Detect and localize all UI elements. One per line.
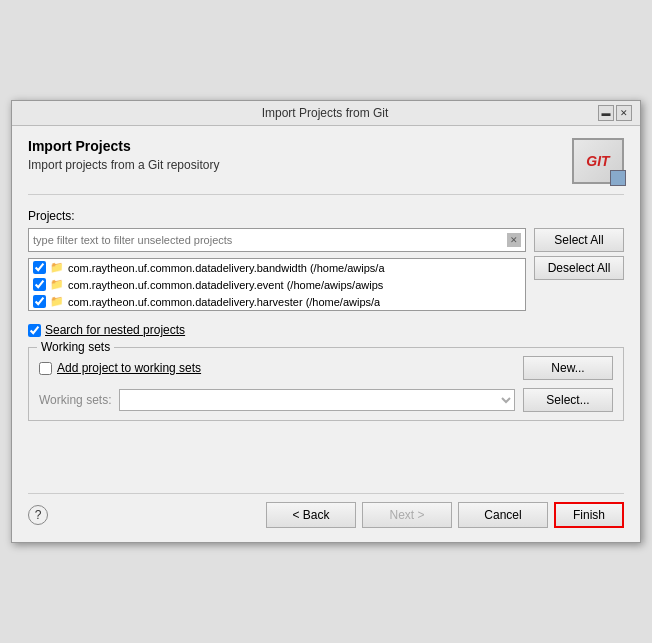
project-text-1: com.raytheon.uf.common.datadelivery.even… xyxy=(68,279,383,291)
list-item: 📁 com.raytheon.uf.common.datadelivery.ba… xyxy=(29,259,525,276)
project-checkbox-2[interactable] xyxy=(33,295,46,308)
select-working-set-button[interactable]: Select... xyxy=(523,388,613,412)
project-checkbox-0[interactable] xyxy=(33,261,46,274)
add-to-working-sets-label: Add project to working sets xyxy=(39,361,201,375)
dialog-window: Import Projects from Git ▬ ✕ Import Proj… xyxy=(11,100,641,543)
dialog-title: Import Projects from Git xyxy=(52,106,598,120)
projects-label: Projects: xyxy=(28,209,624,223)
folder-icon-1: 📁 xyxy=(50,278,64,291)
working-sets-row2: Working sets: Select... xyxy=(39,388,613,412)
working-sets-dropdown[interactable] xyxy=(119,389,515,411)
folder-icon-2: 📁 xyxy=(50,295,64,308)
add-to-working-sets-checkbox[interactable] xyxy=(39,362,52,375)
header-title: Import Projects xyxy=(28,138,219,154)
nested-projects-checkbox[interactable] xyxy=(28,324,41,337)
footer: ? < Back Next > Cancel Finish xyxy=(28,493,624,534)
finish-button[interactable]: Finish xyxy=(554,502,624,528)
next-button[interactable]: Next > xyxy=(362,502,452,528)
nested-projects-label-text: Search for nested projects xyxy=(45,323,185,337)
project-text-0: com.raytheon.uf.common.datadelivery.band… xyxy=(68,262,385,274)
new-working-set-button[interactable]: New... xyxy=(523,356,613,380)
header-text: Import Projects Import projects from a G… xyxy=(28,138,219,172)
footer-left: ? xyxy=(28,505,48,525)
list-item: 📁 com.raytheon.uf.common.datadelivery.ha… xyxy=(29,293,525,310)
git-logo-icon: GIT xyxy=(572,138,624,184)
dialog-body: Import Projects Import projects from a G… xyxy=(12,126,640,542)
project-checkbox-1[interactable] xyxy=(33,278,46,291)
list-item: 📁 com.raytheon.uf.common.datadelivery.ev… xyxy=(29,276,525,293)
title-bar-controls: ▬ ✕ xyxy=(598,105,632,121)
footer-right: < Back Next > Cancel Finish xyxy=(266,502,624,528)
working-sets-row1: Add project to working sets New... xyxy=(39,356,613,380)
deselect-all-button[interactable]: Deselect All xyxy=(534,256,624,280)
header-subtitle: Import projects from a Git repository xyxy=(28,158,219,172)
minimize-button[interactable]: ▬ xyxy=(598,105,614,121)
filter-row: ✕ xyxy=(28,228,526,252)
nested-projects-label: Search for nested projects xyxy=(45,323,185,337)
cancel-button[interactable]: Cancel xyxy=(458,502,548,528)
title-bar: Import Projects from Git ▬ ✕ xyxy=(12,101,640,126)
working-sets-group: Working sets Add project to working sets… xyxy=(28,347,624,421)
working-sets-label: Working sets: xyxy=(39,393,111,407)
header-section: Import Projects Import projects from a G… xyxy=(28,138,624,195)
back-button[interactable]: < Back xyxy=(266,502,356,528)
close-button[interactable]: ✕ xyxy=(616,105,632,121)
project-text-2: com.raytheon.uf.common.datadelivery.harv… xyxy=(68,296,380,308)
filter-input-wrap: ✕ xyxy=(28,228,526,252)
filter-input[interactable] xyxy=(33,234,507,246)
filter-clear-button[interactable]: ✕ xyxy=(507,233,521,247)
select-all-button[interactable]: Select All xyxy=(534,228,624,252)
projects-list: 📁 com.raytheon.uf.common.datadelivery.ba… xyxy=(28,258,526,311)
git-logo-text: GIT xyxy=(586,153,609,169)
nested-projects-row: Search for nested projects xyxy=(28,323,624,337)
spacer xyxy=(28,433,624,493)
side-buttons: Select All Deselect All xyxy=(534,228,624,280)
folder-icon-0: 📁 xyxy=(50,261,64,274)
add-to-working-sets-text: Add project to working sets xyxy=(57,361,201,375)
help-button[interactable]: ? xyxy=(28,505,48,525)
working-sets-legend: Working sets xyxy=(37,340,114,354)
